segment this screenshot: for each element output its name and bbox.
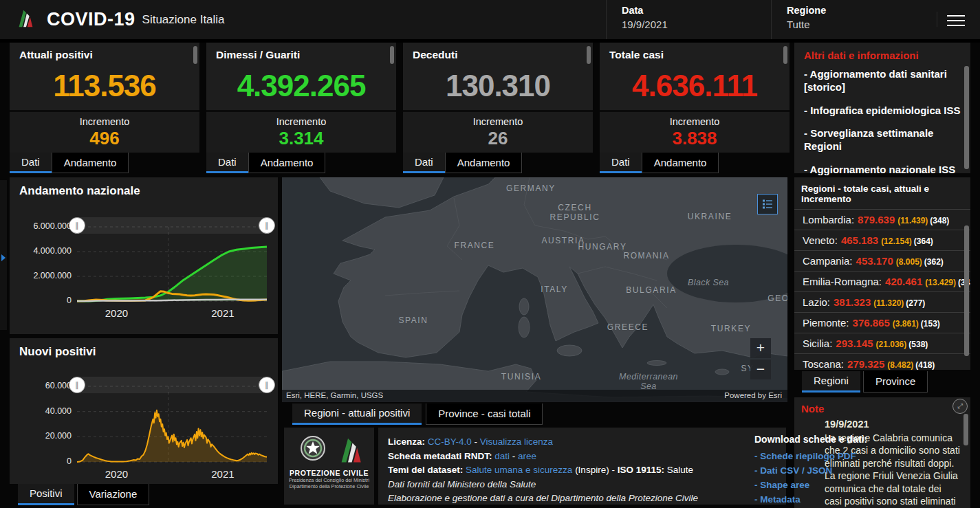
region-row-lombardia[interactable]: Lombardia:879.639(11.439)(348) — [794, 210, 970, 230]
scrollbar-thumb[interactable] — [964, 225, 969, 356]
tab-dati[interactable]: Dati — [206, 153, 248, 173]
y-axis-tick-label: 4.000.000 — [12, 246, 72, 256]
card-value: 113.536 — [10, 61, 199, 110]
expand-icon[interactable]: ⤢ — [952, 399, 968, 414]
license-segment[interactable]: Salute umana e sicurezza — [466, 465, 572, 475]
new-positives-plot[interactable]: 020.00040.00060.00020202021∥∥ — [77, 386, 267, 462]
range-slider-handle-right[interactable]: ∥ — [259, 377, 275, 393]
tab-andamento[interactable]: Andamento — [642, 153, 719, 173]
scrollbar-thumb[interactable] — [964, 66, 969, 169]
region-attuali: (11.320) — [873, 298, 904, 308]
x-axis-tick-label: 2021 — [211, 468, 234, 480]
region-increment: (153) — [921, 319, 940, 329]
license-segment: (Inspire) - — [572, 465, 617, 475]
info-link-infografica-epidemiologica-iss[interactable]: - Infografica epidemiologica ISS — [804, 104, 961, 118]
tab-andamento[interactable]: Andamento — [445, 153, 523, 173]
note-title: Note — [801, 403, 961, 415]
card-tab-bar-totale-casi: DatiAndamento — [600, 153, 790, 173]
tab-dati[interactable]: Dati — [600, 153, 642, 173]
region-row-lazio[interactable]: Lazio:381.323(11.320)(277) — [794, 292, 970, 313]
region-increment: (364) — [914, 236, 933, 246]
org-name: PROTEZIONE CIVILE — [284, 469, 374, 477]
license-line-4: Dati forniti dal Ministero della Salute — [388, 478, 776, 492]
map-label-turkey: TURKEY — [711, 324, 751, 333]
card-tab-bar-attuali-positivi: DatiAndamento — [10, 153, 199, 173]
scrollbar-thumb[interactable] — [587, 46, 591, 64]
region-total: 279.325 — [847, 358, 884, 370]
info-link-aggiornamento-nazionale-iss[interactable]: - Aggiornamento nazionale ISS — [804, 164, 961, 177]
time-range-slider: ∥∥ — [69, 217, 275, 234]
license-segment[interactable]: aree — [518, 451, 536, 461]
date-selector[interactable]: Data 19/9/2021 — [606, 0, 771, 39]
download-link-dati-csv-json[interactable]: - Dati CSV / JSON — [754, 464, 877, 478]
tab-variazione[interactable]: Variazione — [77, 484, 150, 505]
stat-card-slot-attuali-positivi: Attuali positivi113.536Incremento496Dati… — [10, 43, 199, 173]
license-panel: Licenza: CC-BY-4.0 - Visualizza licenzaS… — [378, 428, 786, 505]
region-name: Lombardia: — [803, 214, 854, 225]
national-trend-plot[interactable]: 02.000.0004.000.0006.000.00020202021∥∥ — [77, 227, 267, 301]
scrollbar-thumb[interactable] — [783, 46, 787, 64]
region-label: Regione — [787, 5, 939, 16]
zoom-out-button[interactable]: − — [750, 360, 771, 379]
map-label-hungary: HUNGARY — [578, 242, 627, 252]
zoom-in-button[interactable]: + — [750, 338, 771, 358]
stat-card-attuali-positivi: Attuali positivi113.536Incremento496 — [10, 43, 199, 153]
tab-regioni[interactable]: Regioni — [802, 371, 860, 393]
tab-andamento[interactable]: Andamento — [248, 153, 326, 173]
license-segment[interactable]: dati — [494, 451, 510, 461]
tab-province[interactable]: Province — [863, 371, 928, 393]
slider-track[interactable] — [77, 217, 267, 234]
y-axis-tick-label: 40.000 — [12, 406, 72, 416]
region-attuali: (8.482) — [887, 360, 913, 370]
stat-card-slot-deceduti: Deceduti130.310Incremento26DatiAndamento — [403, 43, 593, 173]
new-positives-title: Nuovi positivi — [10, 338, 278, 359]
region-row-campania[interactable]: Campania:453.170(8.005)(362) — [794, 251, 970, 272]
download-link-metadata[interactable]: - Metadata — [754, 493, 877, 507]
card-title: Dimessi / Guariti — [216, 49, 300, 60]
x-axis-tick-label: 2020 — [105, 468, 128, 480]
map-label-geo: GEO — [767, 294, 787, 303]
license-segment[interactable]: Visualizza licenza — [480, 437, 553, 447]
map-tab-regioni-attuali-positivi[interactable]: Regioni - attuali positivi — [292, 404, 422, 425]
region-row-sicilia[interactable]: Sicilia:293.145(21.036)(538) — [794, 333, 970, 354]
map-label-spain: SPAIN — [398, 316, 428, 325]
license-segment[interactable]: CC-BY-4.0 — [428, 437, 472, 447]
protezione-civile-logo-panel: PROTEZIONE CIVILE Presidenza del Consigl… — [284, 428, 374, 505]
range-slider-handle-left[interactable]: ∥ — [69, 377, 85, 393]
region-row-piemonte[interactable]: Piemonte:376.865(3.861)(153) — [794, 313, 970, 333]
region-row-toscana[interactable]: Toscana:279.325(8.482)(418) — [794, 354, 970, 370]
region-value: Tutte — [787, 19, 939, 30]
menu-icon[interactable] — [937, 12, 968, 27]
region-name: Veneto: — [803, 234, 838, 246]
tab-andamento[interactable]: Andamento — [52, 153, 129, 173]
range-slider-handle-left[interactable]: ∥ — [69, 217, 85, 234]
info-link-aggiornamento-dati-sanitari-storico[interactable]: - Aggiornamento dati sanitari [storico] — [804, 68, 961, 94]
org-sub2: Dipartimento della Protezione Civile — [284, 483, 374, 489]
region-name: Toscana: — [803, 358, 844, 370]
region-row-emilia-romagna[interactable]: Emilia-Romagna:420.461(13.429)(343) — [794, 272, 970, 292]
download-link-schede-riepilogo-pdf[interactable]: - Schede riepilogo PDF — [754, 450, 877, 464]
scrollbar-thumb[interactable] — [193, 46, 197, 64]
layer-list-icon[interactable] — [757, 194, 778, 214]
info-link-sorveglianza-settimanale-regioni[interactable]: - Sorveglianza settimanale Regioni — [804, 127, 961, 153]
slider-track[interactable] — [77, 377, 267, 393]
tab-dati[interactable]: Dati — [403, 153, 445, 173]
scrollbar-thumb[interactable] — [963, 414, 968, 445]
region-increment: (418) — [915, 360, 935, 370]
y-axis-tick-label: 6.000.000 — [12, 221, 72, 231]
new-positives-chart-panel: Nuovi positivi 020.00040.00060.000202020… — [10, 338, 278, 484]
scrollbar-thumb[interactable] — [390, 46, 394, 64]
range-slider-handle-right[interactable]: ∥ — [259, 217, 275, 234]
download-link-shape-aree[interactable]: - Shape aree — [754, 478, 877, 493]
europe-map[interactable]: GERMANYCZECH REPUBLICUKRAINEAUSTRIAHUNGA… — [282, 177, 787, 402]
region-row-veneto[interactable]: Veneto:465.183(12.154)(364) — [794, 230, 970, 251]
region-name: Sicilia: — [803, 338, 832, 349]
tab-dati[interactable]: Dati — [10, 153, 52, 173]
map-tab-province-casi-totali[interactable]: Province - casi totali — [426, 404, 543, 425]
collapsed-panel-toggle[interactable] — [0, 180, 7, 330]
card-value: 4.392.265 — [206, 61, 396, 110]
region-selector[interactable]: Regione Tutte — [771, 0, 939, 39]
tab-positivi[interactable]: Positivi — [18, 484, 74, 505]
national-trend-title: Andamento nazionale — [10, 177, 278, 198]
license-line-1: Licenza: CC-BY-4.0 - Visualizza licenza — [388, 435, 776, 450]
